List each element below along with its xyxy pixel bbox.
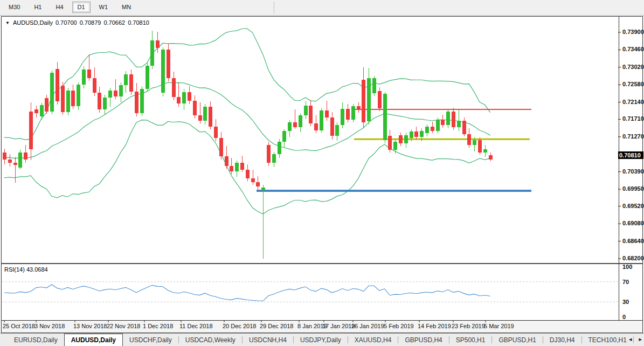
- chart-tab-usdjpy[interactable]: USDJPY,Daily: [294, 335, 348, 346]
- chart-tab-xauusd[interactable]: XAUUSD,H4: [348, 335, 398, 346]
- tab-scroll-right-icon[interactable]: ▸: [639, 336, 642, 342]
- date-tick-label: 14 Feb 2019: [418, 323, 451, 329]
- price-tick-label: 0.70390: [622, 168, 644, 175]
- timeframe-button-h1[interactable]: H1: [29, 2, 47, 13]
- date-tick-label: 13 Nov 2018: [73, 323, 107, 329]
- price-tick-label: 0.69080: [622, 220, 644, 226]
- date-tick-label: 1 Dec 2018: [143, 323, 173, 329]
- date-tick-label: 26 Jan 2019: [351, 323, 384, 329]
- timeframe-button-mn[interactable]: MN: [116, 2, 136, 13]
- price-tick-label: 0.73460: [622, 46, 644, 52]
- timeframe-button-d1[interactable]: D1: [72, 2, 91, 13]
- ohlc-close: 0.70810: [128, 19, 149, 26]
- date-tick-label: 25 Oct 2018: [3, 323, 35, 329]
- main-chart-pane[interactable]: [2, 17, 642, 263]
- date-tick-label: 11 Dec 2018: [179, 323, 213, 329]
- chart-tab-eurusd[interactable]: EURUSD,Daily: [8, 335, 64, 346]
- symbol-dropdown-icon[interactable]: ▼: [5, 20, 10, 25]
- current-price-marker: 0.70810: [618, 151, 643, 159]
- timeframe-toolbar: M30H1H4D1W1MN: [0, 0, 644, 16]
- chart-tab-usdchf[interactable]: USDCHF,Daily: [123, 335, 178, 346]
- date-tick-label: 22 Nov 2018: [107, 323, 140, 329]
- chart-tab-usdcad[interactable]: USDCAD,Weekly: [179, 335, 242, 346]
- rsi-level-label: 30: [622, 299, 629, 305]
- chart-tab-dj30[interactable]: DJ30,H4: [543, 335, 581, 346]
- ohlc-low: 0.70662: [103, 19, 125, 26]
- price-tick-label: 0.69950: [622, 185, 644, 192]
- price-tick-label: 0.71270: [622, 133, 644, 140]
- chart-tab-usdcnh[interactable]: USDCNH,H4: [243, 335, 293, 346]
- price-tick-label: 0.73900: [622, 29, 644, 35]
- price-tick-label: 0.72140: [622, 99, 644, 105]
- date-tick-label: 17 Jan 2019: [322, 323, 355, 329]
- chart-window: [1, 16, 643, 333]
- price-tick-label: 0.73020: [622, 64, 644, 70]
- price-axis-border: [619, 17, 619, 321]
- chart-tab-gbpusd[interactable]: GBPUSD,H4: [398, 335, 448, 346]
- date-tick-label: 3 Nov 2018: [34, 323, 65, 329]
- timeframe-button-w1[interactable]: W1: [94, 2, 114, 13]
- symbol-name: AUDUSD,Daily: [13, 19, 53, 26]
- ohlc-high: 0.70879: [80, 19, 101, 26]
- price-tick-label: 0.68640: [622, 238, 644, 244]
- timeframe-button-m30[interactable]: M30: [3, 2, 25, 13]
- price-tick-label: 0.72580: [622, 81, 644, 87]
- date-tick-label: 23 Feb 2019: [452, 323, 485, 329]
- date-tick-label: 20 Dec 2018: [223, 323, 256, 329]
- chart-tab-gbpusd[interactable]: GBPUSD,H1: [492, 335, 542, 346]
- chart-title: ▼AUDUSD,Daily0.707000.708790.706620.7081…: [5, 19, 149, 26]
- date-tick-label: 29 Dec 2018: [260, 323, 293, 329]
- price-tick-label: 0.69520: [622, 203, 644, 209]
- chart-tab-sp500[interactable]: SP500,H1: [449, 335, 492, 346]
- rsi-level-label: 0: [622, 314, 626, 320]
- timeframe-button-h4[interactable]: H4: [50, 2, 68, 13]
- tab-scroll-left-icon[interactable]: ◂: [629, 336, 632, 342]
- chart-tab-audusd[interactable]: AUDUSD,Daily: [64, 334, 123, 346]
- toolbar-separator: [274, 2, 274, 13]
- rsi-level-label: 70: [622, 279, 629, 285]
- price-tick-label: 0.71710: [622, 115, 644, 122]
- price-tick-label: 0.68200: [622, 255, 644, 261]
- chart-tab-bar: EURUSD,DailyAUDUSD,DailyUSDCHF,DailyUSDC…: [0, 333, 644, 346]
- rsi-level-label: 100: [622, 264, 632, 270]
- ohlc-open: 0.70700: [56, 19, 77, 26]
- trading-app: { "toolbar": { "timeframes": [ {"label":…: [0, 0, 644, 346]
- date-tick-label: 5 Mar 2019: [484, 323, 514, 329]
- rsi-label: RSI(14) 43.0684: [4, 266, 48, 273]
- date-tick-label: 5 Feb 2019: [384, 323, 414, 329]
- rsi-indicator-pane[interactable]: [2, 264, 642, 320]
